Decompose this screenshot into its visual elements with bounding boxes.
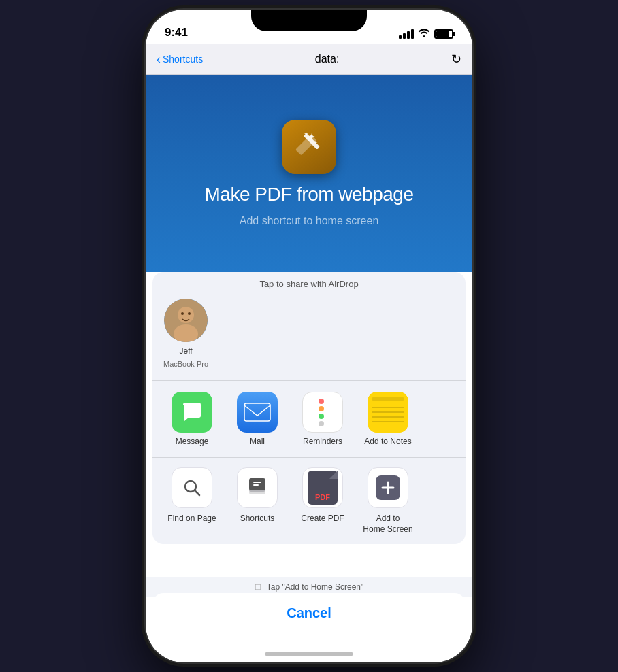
contact-name: Jeff xyxy=(179,346,192,356)
shortcut-subtitle: Add shortcut to home screen xyxy=(240,215,379,227)
checkbox-icon: ☐ xyxy=(255,583,261,592)
create-pdf-label: Create PDF xyxy=(301,514,344,524)
svg-rect-16 xyxy=(253,482,261,483)
pdf-icon: PDF xyxy=(302,467,343,508)
signal-icon xyxy=(399,29,414,39)
notes-icon xyxy=(368,392,408,433)
airdrop-label: Tap to share with AirDrop xyxy=(163,279,455,289)
shortcut-title: Make PDF from webpage xyxy=(205,184,414,205)
reminders-icon xyxy=(302,392,343,433)
airdrop-section: Tap to share with AirDrop xyxy=(152,272,466,381)
refresh-button[interactable]: ↻ xyxy=(451,52,461,67)
wand-icon: ✦ ✦ ✦ xyxy=(291,129,327,165)
share-notes[interactable]: Add to Notes xyxy=(355,392,421,446)
action-find-on-page[interactable]: Find on Page xyxy=(159,467,225,535)
mail-icon xyxy=(237,392,278,433)
action-add-home-screen[interactable]: Add toHome Screen xyxy=(355,467,421,535)
svg-point-8 xyxy=(181,312,184,315)
status-icons xyxy=(399,28,453,39)
cancel-label: Cancel xyxy=(287,605,331,621)
home-indicator xyxy=(265,652,353,656)
svg-point-9 xyxy=(188,312,191,315)
notes-label: Add to Notes xyxy=(364,437,411,446)
add-home-screen-label: Add toHome Screen xyxy=(363,514,412,535)
contact-avatar xyxy=(164,299,208,342)
peek-text: Tap "Add to Home Screen" xyxy=(267,582,364,592)
airdrop-contacts: Jeff MacBook Pro xyxy=(163,296,455,371)
cancel-button[interactable]: Cancel xyxy=(152,593,466,633)
status-time: 9:41 xyxy=(165,26,188,39)
shortcuts-icon xyxy=(237,467,278,508)
phone-screen: 9:41 xyxy=(146,10,472,662)
notch xyxy=(251,10,367,31)
phone-frame: 9:41 xyxy=(146,10,472,662)
svg-line-12 xyxy=(195,490,199,495)
svg-text:✦: ✦ xyxy=(314,140,318,145)
shortcut-app-icon: ✦ ✦ ✦ xyxy=(282,120,336,174)
message-icon xyxy=(172,392,212,433)
shortcuts-label: Shortcuts xyxy=(240,514,275,524)
mail-label: Mail xyxy=(250,437,265,446)
contact-jeff[interactable]: Jeff MacBook Pro xyxy=(163,299,208,368)
back-button[interactable]: ‹ Shortcuts xyxy=(157,53,203,65)
navigation-bar: ‹ Shortcuts data: ↻ xyxy=(146,44,472,75)
share-message[interactable]: Message xyxy=(159,392,225,446)
search-icon xyxy=(172,467,212,508)
share-sheet: Tap to share with AirDrop xyxy=(152,272,466,544)
back-label: Shortcuts xyxy=(163,54,203,65)
wifi-icon xyxy=(418,28,430,39)
svg-rect-17 xyxy=(253,484,259,486)
url-bar[interactable]: data: xyxy=(203,53,451,65)
shortcut-hero: ✦ ✦ ✦ Make PDF from webpage Add shortcut… xyxy=(146,75,472,272)
message-label: Message xyxy=(176,437,209,446)
reminders-label: Reminders xyxy=(303,437,342,446)
action-create-pdf[interactable]: PDF Create PDF xyxy=(290,467,355,535)
share-reminders[interactable]: Reminders xyxy=(290,392,355,446)
share-mail[interactable]: Mail xyxy=(225,392,290,446)
action-shortcuts[interactable]: Shortcuts xyxy=(225,467,290,535)
svg-text:✦: ✦ xyxy=(304,131,309,137)
find-on-page-label: Find on Page xyxy=(167,514,216,524)
battery-icon xyxy=(434,29,453,39)
add-home-icon xyxy=(368,467,408,508)
app-share-row: Message Mail xyxy=(152,381,466,458)
back-arrow-icon: ‹ xyxy=(157,53,161,65)
contact-device: MacBook Pro xyxy=(163,360,208,368)
svg-rect-10 xyxy=(244,403,270,421)
action-row: Find on Page Shortcuts xyxy=(152,458,466,544)
